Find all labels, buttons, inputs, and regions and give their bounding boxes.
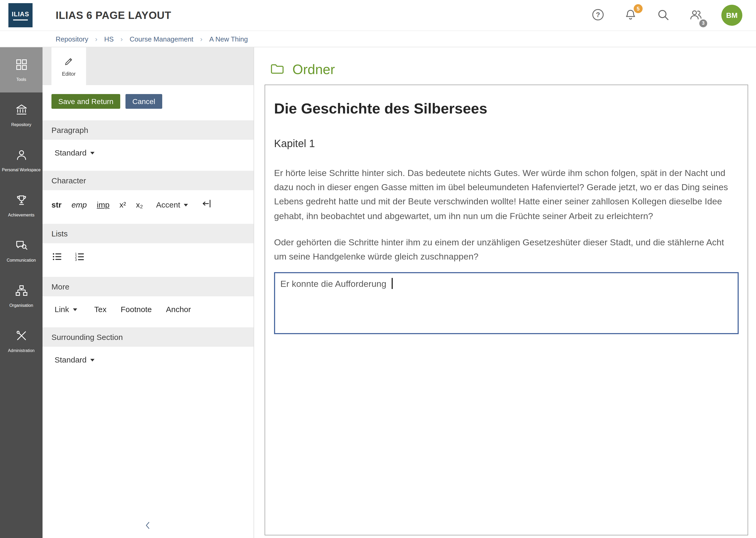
footnote-button[interactable]: Footnote [121, 305, 152, 314]
page-editor-surface[interactable]: Die Geschichte des Silbersees Kapitel 1 … [264, 84, 748, 535]
breadcrumb-item-repository[interactable]: Repository [56, 35, 88, 43]
online-users-button[interactable]: 3 [689, 8, 702, 23]
mainbar-label: Personal Workspace [2, 168, 40, 172]
breadcrumb-separator-icon: › [95, 35, 97, 43]
logo-underline [13, 19, 28, 20]
important-button[interactable]: imp [97, 200, 110, 209]
tab-editor[interactable]: Editor [51, 47, 86, 85]
paragraph-section-title: Paragraph [42, 120, 254, 140]
notifications-button[interactable]: 5 [624, 8, 638, 23]
grid-icon [15, 58, 28, 74]
mainbar-item-repository[interactable]: Repository [0, 92, 42, 138]
org-chart-icon [15, 284, 28, 299]
paragraph-style-dropdown[interactable]: Standard [51, 148, 98, 158]
link-dropdown[interactable]: Link [51, 304, 80, 314]
mainbar-item-tools[interactable]: Tools [0, 47, 42, 92]
article-chapter[interactable]: Kapitel 1 [274, 138, 739, 150]
pencil-icon [64, 56, 74, 68]
surrounding-section-body: Standard [42, 347, 254, 374]
speech-bubble-search-icon [15, 239, 28, 254]
chevron-down-icon [90, 359, 95, 361]
active-edit-area[interactable]: Er konnte die Aufforderung [274, 272, 739, 334]
editor-actions: Save and Return Cancel [42, 85, 254, 117]
svg-text:?: ? [596, 11, 600, 19]
bullet-list-icon [51, 251, 63, 264]
ilias-logo[interactable]: ILIAS [8, 3, 32, 27]
svg-text:3: 3 [75, 258, 77, 262]
help-icon: ? [591, 8, 605, 23]
mainbar-label: Repository [11, 123, 31, 127]
surrounding-style-value: Standard [55, 355, 87, 364]
subscript-button[interactable]: x₂ [136, 200, 143, 209]
ordered-list-button[interactable]: 1 2 3 [74, 251, 85, 264]
mainbar-item-personal-workspace[interactable]: Personal Workspace [0, 138, 42, 183]
breadcrumb: Repository › HS › Course Management › A … [0, 31, 756, 47]
chevron-down-icon [184, 204, 188, 206]
page: ILIAS ILIAS 6 PAGE LAYOUT ? [0, 0, 756, 538]
ordered-list-icon: 1 2 3 [74, 251, 85, 264]
logo-text: ILIAS [12, 10, 29, 18]
avatar[interactable]: BM [721, 5, 742, 26]
mainbar-item-administration[interactable]: Administration [0, 318, 42, 363]
more-section-title: More [42, 277, 254, 296]
mainbar-label: Communication [7, 258, 36, 263]
mainbar: Tools Repository Perso [0, 47, 42, 538]
mainbar-item-organisation[interactable]: Organisation [0, 273, 42, 318]
tools-crossed-icon [15, 329, 28, 345]
chevron-down-icon [73, 308, 77, 311]
paragraph-section-body: Standard [42, 140, 254, 167]
accent-dropdown[interactable]: Accent [153, 199, 191, 209]
character-section-title: Character [42, 171, 254, 190]
help-button[interactable]: ? [591, 8, 605, 23]
page-title: Ordner [292, 62, 335, 78]
lists-section-title: Lists [42, 224, 254, 243]
strong-button[interactable]: str [51, 200, 62, 209]
mainbar-item-communication[interactable]: Communication [0, 228, 42, 273]
anchor-button[interactable]: Anchor [166, 305, 191, 314]
folder-icon [269, 62, 285, 78]
paragraph-style-value: Standard [55, 148, 87, 157]
search-button[interactable] [656, 8, 670, 23]
mainbar-item-achievements[interactable]: Achievements [0, 183, 42, 228]
editor-tabs-row: Editor [42, 47, 254, 85]
mainbar-label: Achievements [8, 213, 35, 218]
breadcrumb-item-a-new-thing[interactable]: A New Thing [209, 35, 248, 43]
surrounding-section-title: Surrounding Section [42, 327, 254, 347]
app-title: ILIAS 6 PAGE LAYOUT [56, 9, 171, 21]
mainbar-label: Organisation [10, 303, 33, 308]
tab-editor-label: Editor [62, 71, 75, 77]
tex-button[interactable]: Tex [94, 305, 107, 314]
superscript-button[interactable]: x² [119, 200, 126, 209]
breadcrumb-item-hs[interactable]: HS [104, 35, 114, 43]
online-users-badge: 3 [699, 19, 707, 27]
bullet-list-button[interactable] [51, 251, 63, 264]
editor-panel-filler [42, 374, 254, 514]
page-head: Ordner [269, 62, 748, 78]
accent-label: Accent [156, 200, 180, 209]
character-section-body: str emp imp x² x₂ Accent [42, 190, 254, 220]
article-paragraph[interactable]: Er hörte leise Schritte hinter sich. Das… [274, 166, 739, 223]
more-section-body: Link Tex Footnote Anchor [42, 296, 254, 324]
top-header: ILIAS ILIAS 6 PAGE LAYOUT ? [0, 0, 756, 31]
header-actions: ? 5 [591, 5, 742, 26]
mainbar-label: Tools [16, 77, 26, 82]
search-icon [656, 8, 670, 23]
emphasis-button[interactable]: emp [71, 200, 87, 209]
clear-format-icon [201, 198, 212, 211]
chevron-left-icon [143, 520, 153, 533]
article-paragraph[interactable]: Oder gehörten die Schritte hinter ihm zu… [274, 235, 739, 264]
lists-section-body: 1 2 3 [42, 243, 254, 273]
bank-icon [15, 103, 28, 119]
breadcrumb-item-course-management[interactable]: Course Management [130, 35, 193, 43]
breadcrumb-separator-icon: › [200, 35, 203, 43]
collapse-panel-button[interactable] [42, 514, 254, 538]
editor-panel: Editor Save and Return Cancel Paragraph … [42, 47, 254, 538]
text-cursor [391, 278, 393, 289]
surrounding-style-dropdown[interactable]: Standard [51, 355, 98, 365]
notification-badge: 5 [634, 4, 642, 13]
clear-format-button[interactable] [201, 198, 212, 211]
trophy-icon [15, 193, 28, 209]
cancel-button[interactable]: Cancel [125, 94, 162, 109]
save-and-return-button[interactable]: Save and Return [51, 94, 120, 109]
article-heading[interactable]: Die Geschichte des Silbersees [274, 100, 739, 117]
